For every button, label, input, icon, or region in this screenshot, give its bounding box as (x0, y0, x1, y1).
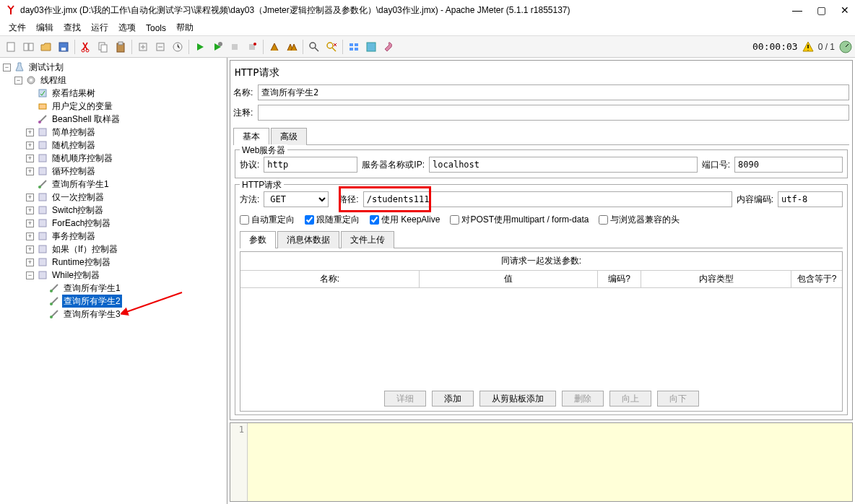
toggle-icon[interactable]: + (26, 246, 34, 253)
shutdown-icon[interactable] (244, 39, 260, 55)
toggle-icon[interactable]: − (14, 77, 22, 84)
chk-follow-redirect[interactable]: 跟随重定向 (305, 214, 360, 226)
start-notimers-icon[interactable] (209, 39, 225, 55)
new-icon[interactable] (4, 39, 19, 55)
tree-item[interactable]: 查询所有学生2 (62, 295, 122, 308)
menu-run[interactable]: 运行 (87, 20, 113, 35)
btn-down[interactable]: 向下 (657, 391, 699, 407)
log-text[interactable] (248, 423, 852, 501)
node-icon (38, 114, 48, 124)
btn-detail[interactable]: 详细 (384, 391, 426, 407)
tree-item[interactable]: ForEach控制器 (51, 217, 112, 230)
help-icon[interactable] (363, 39, 379, 55)
port-input[interactable] (734, 157, 843, 173)
toggle-icon[interactable]: + (26, 129, 34, 136)
server-input[interactable] (429, 157, 698, 173)
collapse-icon[interactable] (152, 39, 168, 55)
tab-file-upload[interactable]: 文件上传 (341, 231, 394, 248)
tab-body-data[interactable]: 消息体数据 (277, 231, 339, 248)
menu-edit[interactable]: 编辑 (32, 20, 58, 35)
toolbar: 00:00:03 0 / 1 (0, 36, 855, 58)
toggle-icon[interactable]: + (26, 207, 34, 214)
path-input[interactable] (363, 191, 732, 207)
cut-icon[interactable] (78, 39, 94, 55)
tree-item[interactable]: Runtime控制器 (51, 256, 112, 269)
toggle-icon[interactable] (170, 39, 186, 55)
toggle-icon[interactable]: + (26, 258, 34, 266)
btn-up[interactable]: 向上 (609, 391, 651, 407)
toggle-icon[interactable]: + (26, 168, 34, 175)
menu-options[interactable]: 选项 (114, 20, 140, 35)
search-icon[interactable] (306, 39, 322, 55)
svg-point-44 (50, 303, 53, 305)
function-icon[interactable] (346, 39, 362, 55)
btn-add-clipboard[interactable]: 从剪贴板添加 (479, 391, 556, 407)
tree-item[interactable]: 简单控制器 (51, 126, 97, 139)
menu-file[interactable]: 文件 (4, 20, 30, 35)
toggle-icon[interactable]: − (26, 271, 34, 279)
clear-icon[interactable] (266, 39, 282, 55)
btn-add[interactable]: 添加 (432, 391, 474, 407)
tree-item[interactable]: 查询所有学生1 (62, 282, 122, 295)
copy-icon[interactable] (95, 39, 111, 55)
protocol-input[interactable] (264, 157, 357, 173)
log-pane[interactable]: 1 (230, 422, 853, 502)
encoding-input[interactable] (778, 191, 843, 207)
tree-test-plan[interactable]: 测试计划 (27, 61, 65, 74)
tree-thread-group[interactable]: 线程组 (39, 74, 68, 87)
tree-item[interactable]: 随机顺序控制器 (51, 152, 114, 165)
menu-help[interactable]: 帮助 (172, 20, 198, 35)
comment-input[interactable] (258, 105, 849, 121)
toggle-icon[interactable]: − (3, 64, 11, 71)
toggle-icon[interactable]: + (26, 155, 34, 162)
tree-item[interactable]: 事务控制器 (51, 230, 97, 243)
svg-rect-4 (61, 48, 66, 51)
clear-all-icon[interactable] (284, 39, 300, 55)
tree-item[interactable]: 仅一次控制器 (51, 191, 105, 204)
node-icon (38, 127, 48, 137)
tree-item[interactable]: 查询所有学生1 (51, 178, 110, 191)
stop-icon[interactable] (227, 39, 243, 55)
toggle-icon[interactable]: + (26, 194, 34, 201)
tree-item[interactable]: 如果（If）控制器 (51, 243, 119, 256)
wrench-icon[interactable] (381, 39, 396, 55)
start-icon[interactable] (192, 39, 208, 55)
menu-tools[interactable]: Tools (142, 22, 170, 35)
name-input[interactable] (258, 84, 849, 100)
tab-advanced[interactable]: 高级 (271, 128, 307, 145)
tree-item[interactable]: 循环控制器 (51, 165, 97, 178)
minimize-button[interactable]: — (792, 4, 802, 16)
btn-delete[interactable]: 删除 (562, 391, 604, 407)
toggle-icon[interactable]: + (26, 233, 34, 240)
method-select[interactable]: GET (264, 191, 329, 207)
templates-icon[interactable] (21, 39, 37, 55)
maximize-button[interactable]: ▢ (817, 4, 826, 16)
expand-icon[interactable] (135, 39, 151, 55)
chk-multipart[interactable]: 对POST使用multipart / form-data (450, 214, 589, 226)
tree-item[interactable]: 察看结果树 (51, 87, 97, 100)
tree-item[interactable]: BeanShell 取样器 (51, 113, 121, 126)
menu-search[interactable]: 查找 (59, 20, 85, 35)
save-icon[interactable] (56, 39, 71, 55)
toggle-icon[interactable]: + (26, 220, 34, 227)
chk-keepalive[interactable]: 使用 KeepAlive (370, 214, 440, 226)
tab-basic[interactable]: 基本 (233, 128, 269, 145)
open-icon[interactable] (38, 39, 54, 55)
tree-item[interactable]: 查询所有学生3 (62, 308, 122, 321)
node-icon (38, 101, 48, 111)
close-button[interactable]: ✕ (841, 4, 849, 16)
paste-icon[interactable] (113, 39, 129, 55)
tree-item[interactable]: While控制器 (51, 269, 101, 282)
tree-item[interactable]: Switch控制器 (51, 204, 105, 217)
reset-search-icon[interactable] (324, 39, 339, 55)
tree-item[interactable]: 用户定义的变量 (51, 100, 114, 113)
tab-parameters[interactable]: 参数 (240, 231, 276, 248)
tree-pane[interactable]: −测试计划 −线程组 察看结果树用户定义的变量BeanShell 取样器+简单控… (0, 58, 227, 504)
param-body[interactable] (240, 288, 842, 386)
thread-counter: 0 / 1 (818, 42, 835, 52)
chk-auto-redirect[interactable]: 自动重定向 (240, 214, 295, 226)
tree-item[interactable]: 随机控制器 (51, 139, 97, 152)
toggle-icon[interactable]: + (26, 142, 34, 149)
chk-browser-headers[interactable]: 与浏览器兼容的头 (599, 214, 680, 226)
node-icon (38, 231, 48, 241)
